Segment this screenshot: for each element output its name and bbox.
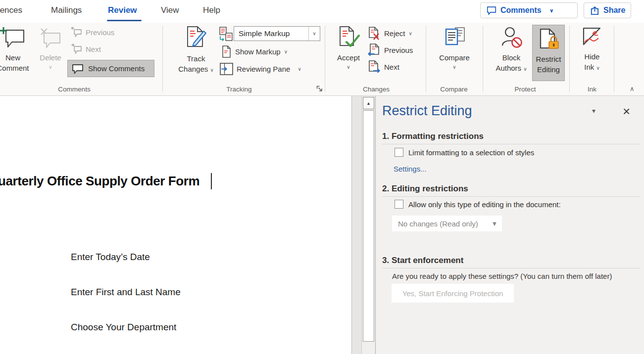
comments-button[interactable]: Comments ∨ <box>480 2 578 18</box>
document-line[interactable]: Enter Today’s Date <box>71 252 150 263</box>
tab-review[interactable]: Review <box>108 5 137 15</box>
show-comments-button[interactable]: Show Comments <box>67 60 154 77</box>
editing-type-dropdown[interactable]: No changes (Read only) ▼ <box>392 216 502 231</box>
limit-formatting-label[interactable]: Limit formatting to a selection of style… <box>408 148 534 157</box>
chevron-down-icon: ∨ <box>297 67 301 72</box>
block-authors-button[interactable]: Block Authors ∨ <box>491 25 532 73</box>
tab-view[interactable]: View <box>161 5 179 15</box>
reviewing-pane-button[interactable]: Reviewing Pane ∨ <box>220 63 301 75</box>
next-change-button[interactable]: Next <box>367 60 399 74</box>
scroll-up-arrow-icon: ▲ <box>366 101 371 106</box>
combobox-dropdown-button[interactable]: ∨ <box>308 27 320 41</box>
display-for-review-combobox[interactable]: Simple Markup ∨ <box>234 26 320 41</box>
track-changes-button[interactable]: Track Changes ∨ <box>173 25 219 74</box>
pane-close-icon[interactable]: × <box>623 105 630 118</box>
reject-button[interactable]: Reject ∨ <box>367 27 412 40</box>
restrict-editing-label: Restrict <box>536 54 561 64</box>
document-line[interactable]: Enter First and Last Name <box>71 287 181 298</box>
settings-link[interactable]: Settings... <box>394 165 427 173</box>
tab-mailings[interactable]: Mailings <box>51 5 82 15</box>
compare-label: Compare <box>439 52 470 63</box>
active-tab-underline <box>107 20 142 21</box>
previous-change-label: Previous <box>384 46 413 54</box>
group-separator <box>162 26 163 92</box>
show-markup-button[interactable]: Show Markup ∨ <box>221 45 288 58</box>
allow-editing-label[interactable]: Allow only this type of editing in the d… <box>408 200 561 209</box>
display-for-review-value: Simple Markup <box>234 29 308 38</box>
allow-editing-checkbox[interactable] <box>395 200 403 209</box>
hide-ink-label-2: Ink ∨ <box>584 62 600 72</box>
chevron-down-icon: ∨ <box>549 8 554 13</box>
reject-icon <box>367 27 381 40</box>
ink-group-label: Ink <box>588 86 596 93</box>
restrict-editing-label: Editing <box>537 64 560 75</box>
share-button[interactable]: Share <box>584 2 631 18</box>
block-authors-label-2: Authors ∨ <box>495 63 527 73</box>
next-comment-icon <box>70 44 82 54</box>
group-separator <box>325 26 325 92</box>
group-separator <box>483 26 483 92</box>
accept-button[interactable]: Accept ∨ <box>330 25 367 70</box>
protect-group-label: Protect <box>515 86 536 93</box>
previous-comment-label: Previous <box>86 28 114 37</box>
hide-ink-label: Hide <box>585 51 600 62</box>
display-for-review-icon <box>219 27 233 42</box>
track-changes-label: Changes <box>178 65 208 73</box>
chevron-down-icon: ∨ <box>347 65 350 70</box>
previous-comment-button[interactable]: Previous <box>70 27 114 38</box>
tracking-dialog-launcher-icon[interactable] <box>316 85 323 92</box>
next-change-icon <box>367 60 381 74</box>
start-enforcing-protection-button[interactable]: Yes, Start Enforcing Protection <box>392 284 514 303</box>
track-changes-label: Track <box>187 53 205 64</box>
reviewing-pane-icon <box>220 63 233 75</box>
tab-help[interactable]: Help <box>203 5 220 15</box>
delete-comment-button[interactable]: Delete ∨ <box>33 26 68 70</box>
show-comments-label: Show Comments <box>88 64 145 73</box>
show-markup-label: Show Markup <box>235 47 281 56</box>
document-line[interactable]: Choose Your Department <box>71 322 176 333</box>
pane-title: Restrict Editing <box>382 103 472 119</box>
previous-change-icon <box>367 44 381 57</box>
scroll-up-button[interactable]: ▲ <box>363 97 374 109</box>
reject-label: Reject <box>384 29 405 38</box>
limit-formatting-checkbox[interactable] <box>395 148 403 157</box>
section-divider <box>382 196 640 197</box>
vertical-scrollbar-thumb[interactable] <box>363 110 374 342</box>
next-change-label: Next <box>384 63 399 71</box>
collapse-ribbon-icon[interactable]: ∧ <box>630 85 635 92</box>
block-authors-icon <box>500 26 523 49</box>
block-authors-label: Block <box>502 52 521 63</box>
editing-restrictions-heading: 2. Editing restrictions <box>382 184 468 194</box>
previous-change-button[interactable]: Previous <box>367 44 413 57</box>
pane-menu-chevron-icon[interactable]: ▾ <box>592 107 595 115</box>
comments-button-label: Comments <box>500 6 542 15</box>
document-page[interactable] <box>0 96 352 354</box>
chevron-down-icon: ∨ <box>312 31 316 36</box>
compare-button[interactable]: Compare ∨ <box>434 25 475 70</box>
ribbon-tab-bar: rences Mailings Review View Help Comment… <box>0 0 644 23</box>
group-separator <box>569 26 570 92</box>
delete-comment-label: Delete <box>40 52 61 63</box>
next-comment-button[interactable]: Next <box>70 44 101 54</box>
compare-icon <box>443 26 466 49</box>
share-button-label: Share <box>603 6 625 15</box>
hide-ink-button[interactable]: Hide Ink ∨ <box>576 25 608 72</box>
section-divider <box>382 144 640 144</box>
chevron-down-icon: ∨ <box>596 65 599 71</box>
tab-references[interactable]: rences <box>0 5 22 15</box>
dropdown-arrow-icon: ▼ <box>487 220 502 227</box>
word-window: rences Mailings Review View Help Comment… <box>0 0 644 354</box>
restrict-editing-button[interactable]: Restrict Editing <box>532 25 565 81</box>
accept-label: Accept <box>337 52 360 63</box>
compare-group-label: Compare <box>440 86 468 93</box>
group-separator <box>614 26 614 92</box>
formatting-restrictions-heading: 1. Formatting restrictions <box>382 132 484 141</box>
comments-group-label: Comments <box>58 86 90 93</box>
section-divider <box>382 268 640 268</box>
text-cursor <box>211 173 212 189</box>
reviewing-pane-label: Reviewing Pane <box>237 65 290 73</box>
document-title[interactable]: uarterly Office Supply Order Form <box>0 174 199 189</box>
chevron-down-icon: ∨ <box>452 65 456 70</box>
chevron-down-icon: ∨ <box>210 67 213 73</box>
accept-icon <box>337 26 360 49</box>
